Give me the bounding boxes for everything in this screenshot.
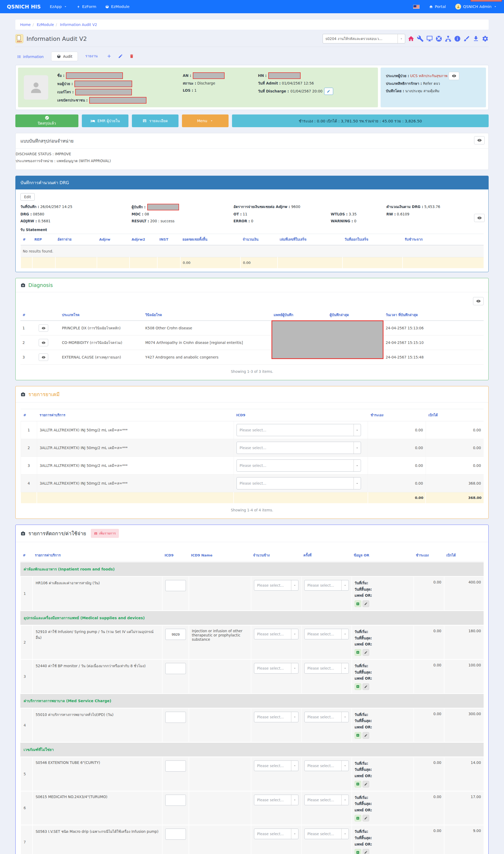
edit-or-button[interactable]: [363, 815, 369, 821]
add-or-button[interactable]: [355, 849, 361, 854]
caret-down-icon: [400, 37, 403, 40]
closed-summary-button[interactable]: ปิดสรุปแล้ว: [15, 114, 78, 127]
pencil-icon: [364, 816, 367, 820]
times-select[interactable]: Please select...: [304, 795, 349, 805]
add-or-button[interactable]: [355, 781, 361, 787]
times-select[interactable]: Please select...: [304, 712, 349, 722]
redaction: [193, 72, 224, 79]
edit-or-button[interactable]: [363, 781, 369, 787]
app-brand[interactable]: QSNICH HIS: [7, 4, 41, 10]
view-coverage-button[interactable]: [449, 72, 459, 80]
side-count-select[interactable]: Please select...: [254, 712, 299, 722]
icd9-input[interactable]: [165, 761, 186, 771]
add-tab-button[interactable]: [106, 54, 112, 59]
procedure-group-row: ค่าบริการทางการพยาบาล (Med Service Charg…: [20, 694, 484, 708]
view-diagnosis-row-button[interactable]: [39, 324, 48, 332]
info-button[interactable]: [454, 35, 461, 42]
icd9-select[interactable]: Please select...: [236, 424, 361, 436]
view-drg-button[interactable]: [474, 214, 485, 222]
times-select[interactable]: Please select...: [304, 761, 349, 771]
times-select[interactable]: Please select...: [304, 629, 349, 639]
view-diagnosis-row-button[interactable]: [39, 354, 48, 361]
view-diagnosis-button[interactable]: [473, 297, 484, 305]
add-or-button[interactable]: [355, 732, 361, 739]
view-summary-button[interactable]: [474, 136, 485, 144]
add-or-button[interactable]: [355, 815, 361, 821]
icd9-input[interactable]: [165, 663, 186, 674]
side-count-select[interactable]: Please select...: [254, 663, 299, 674]
icd9-input[interactable]: [165, 829, 186, 840]
delete-tab-button[interactable]: [129, 54, 134, 58]
edit-or-button[interactable]: [363, 732, 369, 739]
tab-report[interactable]: รายงาน: [85, 51, 98, 61]
chemo-row: 3 3ALLTR ALLTREX(MTX) INJ 50mg/2 mL เคมี…: [21, 457, 484, 475]
nav-ezapp[interactable]: EzApp: [50, 4, 67, 9]
procedure-group-row: ค่าห้องพักและอาหาร (Inpatient room and f…: [20, 562, 484, 576]
edit-or-button[interactable]: [363, 683, 369, 690]
nav-ezmodule[interactable]: EzModule: [105, 4, 129, 9]
procedure-row: 1HR106 ค่าเตียงและค่าอาหารสามัญ (วัน)Ple…: [20, 577, 484, 610]
patient-name-label: ชื่อ :: [57, 73, 64, 78]
monitor-button[interactable]: [426, 35, 433, 42]
icd9-input[interactable]: [165, 712, 186, 723]
theme-brush-button[interactable]: [463, 35, 470, 42]
caret-down-icon: [293, 798, 296, 802]
times-select[interactable]: Please select...: [304, 580, 349, 591]
plus-square-icon: [356, 782, 360, 786]
settings-wrench-button[interactable]: [417, 35, 424, 42]
patient-admit-label: วันที่ Admit :: [258, 81, 281, 85]
tab-information[interactable]: information: [16, 52, 44, 61]
edit-discharge-button[interactable]: [324, 88, 333, 95]
edit-or-button[interactable]: [363, 649, 369, 656]
chemo-row: 1 3ALLTR ALLTREX(MTX) INJ 50mg/2 mL เคมี…: [21, 421, 484, 439]
support-button[interactable]: [435, 35, 442, 42]
nav-user-menu[interactable]: QSNICH Admin: [455, 4, 497, 10]
emr-inpatient-button[interactable]: EMR ผู้ป่วยใน: [82, 114, 128, 127]
drg-edit-button[interactable]: Edit: [20, 193, 35, 200]
icd9-input[interactable]: [165, 580, 186, 591]
gear-button[interactable]: [482, 35, 489, 42]
side-count-select[interactable]: Please select...: [254, 829, 299, 839]
newspaper-icon: [143, 119, 147, 123]
coverage-panel: ประเภทผู้ป่วย : UCS หลักประกันสุขภาพ ประ…: [381, 68, 486, 107]
times-select[interactable]: Please select...: [304, 663, 349, 674]
icd9-input[interactable]: [165, 629, 186, 640]
detail-button[interactable]: รายละเอียด: [132, 114, 179, 127]
check-circle-icon: [45, 115, 49, 120]
language-flag-icon[interactable]: [413, 5, 419, 9]
times-select[interactable]: Please select...: [304, 829, 349, 839]
add-or-button[interactable]: [355, 683, 361, 690]
side-count-select[interactable]: Please select...: [254, 795, 299, 805]
sitemap-button[interactable]: [445, 35, 452, 42]
view-diagnosis-row-button[interactable]: [39, 339, 48, 346]
nav-ezform[interactable]: EzForm: [76, 4, 96, 9]
department-select[interactable]: s0204 งานให้รหัสและตรวจสอบเว...: [323, 34, 405, 43]
icd9-select[interactable]: Please select...: [236, 442, 361, 454]
redaction: [147, 204, 179, 210]
procedure-group-row: อุปกรณ์และเครื่องมือทางการแพทย์ (Medical…: [20, 611, 484, 625]
add-or-button[interactable]: [355, 649, 361, 656]
caret-down-icon: [343, 798, 347, 802]
breadcrumb-home[interactable]: Home: [20, 22, 31, 27]
edit-tab-button[interactable]: [118, 54, 123, 58]
menu-dropdown-button[interactable]: Menu: [182, 114, 229, 127]
discharge-summary-title: แบบบันทึกสรุปก่อนจำหน่าย: [20, 137, 74, 144]
tab-audit[interactable]: Audit: [51, 52, 78, 61]
breadcrumb-ezmodule[interactable]: EzModule: [37, 22, 54, 27]
download-icon: [472, 35, 479, 42]
icd9-select[interactable]: Please select...: [236, 460, 361, 472]
home-button[interactable]: [408, 35, 414, 42]
icd9-select[interactable]: Please select...: [236, 477, 361, 490]
gear-icon: [482, 35, 489, 42]
nav-portal[interactable]: Portal: [429, 4, 446, 9]
side-count-select[interactable]: Please select...: [254, 761, 299, 771]
pencil-icon: [364, 685, 367, 688]
side-count-select[interactable]: Please select...: [254, 629, 299, 639]
download-button[interactable]: [472, 35, 479, 42]
add-or-button[interactable]: [355, 601, 361, 607]
edit-or-button[interactable]: [363, 601, 369, 607]
edit-or-button[interactable]: [363, 849, 369, 854]
add-item-button[interactable]: เพิ่มรายการ: [91, 529, 119, 538]
side-count-select[interactable]: Please select...: [254, 580, 299, 591]
icd9-input[interactable]: [165, 795, 186, 806]
